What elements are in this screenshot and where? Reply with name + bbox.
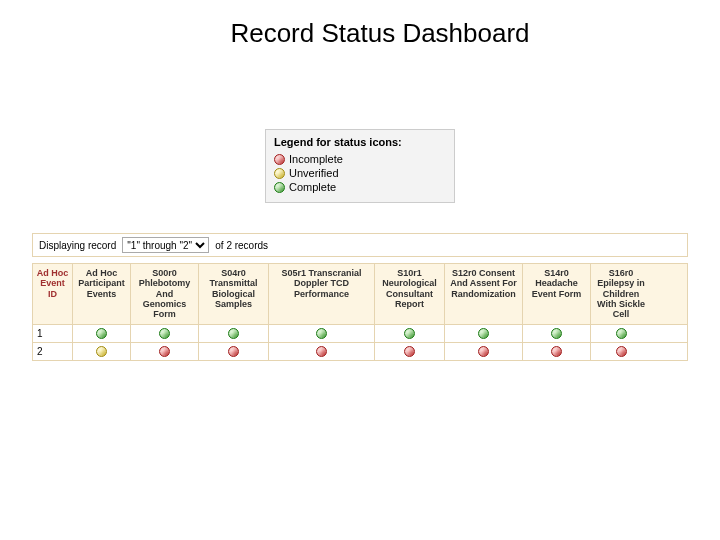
status-dot-red-icon bbox=[228, 346, 239, 357]
col-header[interactable]: S14r0 Headache Event Form bbox=[523, 264, 591, 324]
record-range-select[interactable]: "1" through "2" bbox=[122, 237, 209, 253]
col-header-id[interactable]: Ad Hoc Event ID bbox=[33, 264, 73, 324]
table-row: 1 bbox=[32, 325, 688, 343]
status-cell[interactable] bbox=[523, 325, 591, 342]
status-cell[interactable] bbox=[131, 325, 199, 342]
status-cell[interactable] bbox=[131, 343, 199, 360]
display-suffix: of 2 records bbox=[215, 240, 268, 251]
table-row: 2 bbox=[32, 343, 688, 361]
status-dot-green-icon bbox=[274, 182, 285, 193]
status-dot-red-icon bbox=[616, 346, 627, 357]
display-prefix: Displaying record bbox=[39, 240, 116, 251]
col-header[interactable]: S05r1 Transcranial Doppler TCD Performan… bbox=[269, 264, 375, 324]
legend-item-unverified: Unverified bbox=[274, 166, 446, 180]
status-dot-green-icon bbox=[96, 328, 107, 339]
status-cell[interactable] bbox=[375, 343, 445, 360]
legend-label: Complete bbox=[289, 181, 336, 193]
status-cell[interactable] bbox=[199, 343, 269, 360]
status-cell[interactable] bbox=[269, 343, 375, 360]
status-cell[interactable] bbox=[445, 343, 523, 360]
status-cell[interactable] bbox=[591, 325, 651, 342]
legend-label: Unverified bbox=[289, 167, 339, 179]
status-dot-green-icon bbox=[228, 328, 239, 339]
status-dot-yellow-icon bbox=[274, 168, 285, 179]
status-cell[interactable] bbox=[375, 325, 445, 342]
status-dot-red-icon bbox=[316, 346, 327, 357]
status-dot-red-icon bbox=[404, 346, 415, 357]
legend-box: Legend for status icons: Incomplete Unve… bbox=[265, 129, 455, 203]
legend-label: Incomplete bbox=[289, 153, 343, 165]
col-header[interactable]: S12r0 Consent And Assent For Randomizati… bbox=[445, 264, 523, 324]
status-cell[interactable] bbox=[73, 325, 131, 342]
status-cell[interactable] bbox=[199, 325, 269, 342]
col-header[interactable]: S04r0 Transmittal Biological Samples bbox=[199, 264, 269, 324]
status-dot-red-icon bbox=[478, 346, 489, 357]
status-cell[interactable] bbox=[445, 325, 523, 342]
status-cell[interactable] bbox=[73, 343, 131, 360]
legend-item-incomplete: Incomplete bbox=[274, 152, 446, 166]
status-dot-yellow-icon bbox=[96, 346, 107, 357]
status-dot-green-icon bbox=[551, 328, 562, 339]
status-cell[interactable] bbox=[269, 325, 375, 342]
status-cell[interactable] bbox=[591, 343, 651, 360]
display-record-bar: Displaying record "1" through "2" of 2 r… bbox=[32, 233, 688, 257]
row-id-cell[interactable]: 2 bbox=[33, 343, 73, 360]
col-header[interactable]: S16r0 Epilepsy in Children With Sickle C… bbox=[591, 264, 651, 324]
row-id-cell[interactable]: 1 bbox=[33, 325, 73, 342]
column-header-row: Ad Hoc Event ID Ad Hoc Participant Event… bbox=[32, 263, 688, 325]
status-dot-green-icon bbox=[404, 328, 415, 339]
status-dot-green-icon bbox=[616, 328, 627, 339]
legend-item-complete: Complete bbox=[274, 180, 446, 194]
status-dot-red-icon bbox=[551, 346, 562, 357]
status-dot-green-icon bbox=[159, 328, 170, 339]
status-dot-red-icon bbox=[159, 346, 170, 357]
status-dot-red-icon bbox=[274, 154, 285, 165]
status-dot-green-icon bbox=[478, 328, 489, 339]
legend-title: Legend for status icons: bbox=[274, 136, 446, 148]
col-header[interactable]: S00r0 Phlebotomy And Genomics Form bbox=[131, 264, 199, 324]
status-cell[interactable] bbox=[523, 343, 591, 360]
status-dot-green-icon bbox=[316, 328, 327, 339]
col-header[interactable]: Ad Hoc Participant Events bbox=[73, 264, 131, 324]
col-header[interactable]: S10r1 Neurological Consultant Report bbox=[375, 264, 445, 324]
page-title: Record Status Dashboard bbox=[40, 18, 720, 49]
